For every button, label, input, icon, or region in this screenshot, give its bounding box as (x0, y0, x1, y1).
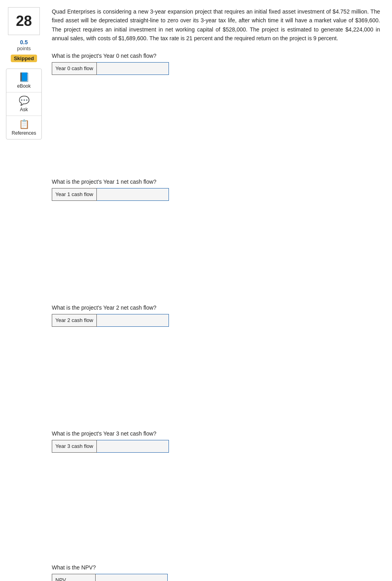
points-value: 0.5 (20, 39, 27, 45)
year1-section: What is the project's Year 1 net cash fl… (52, 179, 380, 201)
year3-input-row: Year 3 cash flow (52, 440, 380, 453)
year0-label: Year 0 cash flow (52, 62, 97, 75)
year1-question: What is the project's Year 1 net cash fl… (52, 179, 380, 185)
points-label: points (17, 45, 31, 51)
sidebar: 28 0.5 points Skipped 📘 eBook 💬 Ask 📋 Re… (0, 4, 48, 581)
year1-input-cell[interactable] (97, 188, 169, 201)
year1-input-row: Year 1 cash flow (52, 188, 380, 201)
problem-text: Quad Enterprises is considering a new 3-… (52, 7, 380, 43)
year1-input[interactable] (97, 188, 169, 200)
question-number-text: 28 (16, 13, 32, 29)
references-icon: 📋 (19, 119, 29, 130)
year0-input-row: Year 0 cash flow (52, 62, 380, 75)
references-label: References (12, 130, 36, 136)
spacer-3 (52, 343, 380, 430)
sidebar-item-ebook[interactable]: 📘 eBook (6, 69, 41, 92)
ebook-icon: 📘 (19, 72, 29, 82)
year2-input-row: Year 2 cash flow (52, 314, 380, 327)
ask-label: Ask (20, 107, 28, 112)
year3-label: Year 3 cash flow (52, 440, 97, 453)
npv-input[interactable] (96, 574, 167, 581)
spacer-4 (52, 469, 380, 564)
year3-input[interactable] (97, 440, 169, 452)
npv-section: What is the NPV? NPV (52, 564, 380, 581)
year0-question: What is the project's Year 0 net cash fl… (52, 53, 380, 59)
sidebar-item-ask[interactable]: 💬 Ask (6, 92, 41, 116)
year1-label: Year 1 cash flow (52, 188, 97, 201)
year0-input-cell[interactable] (97, 62, 169, 75)
year3-section: What is the project's Year 3 net cash fl… (52, 430, 380, 453)
ebook-label: eBook (17, 83, 31, 89)
npv-input-row: NPV (52, 574, 380, 581)
year0-section: What is the project's Year 0 net cash fl… (52, 53, 380, 75)
spacer-1 (52, 91, 380, 179)
year0-input[interactable] (97, 63, 169, 75)
sidebar-item-references[interactable]: 📋 References (6, 116, 41, 139)
npv-input-cell[interactable] (96, 574, 168, 581)
skipped-badge: Skipped (11, 55, 37, 62)
question-number: 28 (8, 7, 40, 35)
sidebar-tools: 📘 eBook 💬 Ask 📋 References (6, 69, 42, 139)
spacer-2 (52, 217, 380, 304)
npv-label: NPV (52, 574, 96, 581)
year3-question: What is the project's Year 3 net cash fl… (52, 430, 380, 437)
year2-label: Year 2 cash flow (52, 314, 97, 327)
ask-icon: 💬 (19, 96, 29, 106)
year3-input-cell[interactable] (97, 440, 169, 453)
npv-question: What is the NPV? (52, 564, 380, 571)
main-content: Quad Enterprises is considering a new 3-… (48, 4, 392, 581)
year2-input[interactable] (97, 314, 169, 326)
year2-input-cell[interactable] (97, 314, 169, 327)
year2-question: What is the project's Year 2 net cash fl… (52, 304, 380, 311)
year2-section: What is the project's Year 2 net cash fl… (52, 304, 380, 327)
